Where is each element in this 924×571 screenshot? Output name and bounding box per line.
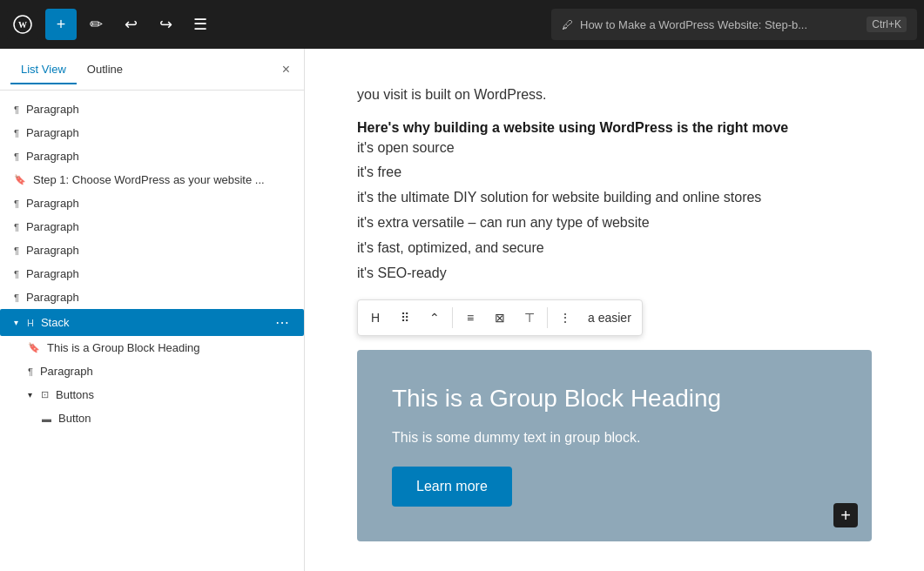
list-item-heading1[interactable]: 🔖 This is a Group Block Heading xyxy=(0,336,304,359)
list-item-para6[interactable]: ¶ Paragraph xyxy=(0,238,304,262)
edit-toolbar-button[interactable]: ✏ xyxy=(80,9,111,40)
item-label-buttons: Buttons xyxy=(56,388,290,401)
align-left-button[interactable]: ≡ xyxy=(456,304,484,332)
top-toolbar: W + ✏ ↩ ↪ ☰ 🖊 How to Make a WordPress We… xyxy=(0,0,924,49)
item-icon-para5: ¶ xyxy=(14,222,19,232)
item-label-para8: Paragraph xyxy=(26,291,290,304)
tab-outline[interactable]: Outline xyxy=(77,56,133,84)
group-block-text: This is some dummy text in group block. xyxy=(392,430,837,446)
item-label-para7: Paragraph xyxy=(26,267,290,280)
search-bar-text: How to Make a WordPress Website: Step-b.… xyxy=(580,18,860,31)
item-icon-para2: ¶ xyxy=(14,128,19,138)
list-item-para3[interactable]: ¶ Paragraph xyxy=(0,144,304,168)
item-label-button1: Button xyxy=(58,412,290,425)
list-item-step1[interactable]: 🔖 Step 1: Choose WordPress as your websi… xyxy=(0,168,304,191)
tab-list-view[interactable]: List View xyxy=(10,56,77,84)
item-label-para6: Paragraph xyxy=(26,244,290,257)
list-item-para9[interactable]: ¶ Paragraph xyxy=(0,359,304,383)
list-item: it's extra versatile – can run any type … xyxy=(357,211,872,236)
item-icon-para4: ¶ xyxy=(14,198,19,209)
item-icon-step1: 🔖 xyxy=(14,174,26,185)
learn-more-button[interactable]: Learn more xyxy=(392,467,512,507)
menu-button[interactable]: ☰ xyxy=(185,9,216,40)
align-wide-button[interactable]: ⊠ xyxy=(486,304,514,332)
group-block-heading: This is a Group Block Heading xyxy=(392,385,837,413)
wp-logo: W xyxy=(7,9,38,40)
add-block-toolbar-button[interactable]: + xyxy=(45,9,77,40)
item-icon-para7: ¶ xyxy=(14,269,19,279)
group-block: This is a Group Block Heading This is so… xyxy=(357,350,872,541)
panel-tabs: List View Outline × xyxy=(0,49,304,91)
bold-heading: Here's why building a website using Word… xyxy=(357,120,872,136)
item-label-para4: Paragraph xyxy=(26,197,290,210)
item-icon-button1: ▬ xyxy=(42,413,51,424)
item-label-para2: Paragraph xyxy=(26,126,290,139)
item-label-stack: Stack xyxy=(41,316,268,329)
keyboard-shortcut-badge: Ctrl+K xyxy=(867,17,907,32)
feature-list: it's open sourceit's freeit's the ultima… xyxy=(357,136,872,286)
list-item-para5[interactable]: ¶ Paragraph xyxy=(0,215,304,238)
item-label-para1: Paragraph xyxy=(26,103,290,116)
chevron-icon: ▾ xyxy=(14,318,18,327)
item-label-para5: Paragraph xyxy=(26,220,290,233)
list-item-para1[interactable]: ¶ Paragraph xyxy=(0,97,304,121)
item-icon-para8: ¶ xyxy=(14,292,19,303)
move-up-button[interactable]: ⌃ xyxy=(421,304,449,332)
add-block-button[interactable]: + xyxy=(833,503,858,527)
toolbar-divider-2 xyxy=(547,307,548,328)
left-panel: List View Outline × ¶ Paragraph ¶ Paragr… xyxy=(0,49,305,571)
more-options-button[interactable]: ⋮ xyxy=(551,304,579,332)
chevron-icon: ▾ xyxy=(28,390,32,400)
toolbar-divider xyxy=(452,307,453,328)
list-item: it's SEO-ready xyxy=(357,261,872,286)
align-top-button[interactable]: ⊤ xyxy=(516,304,543,332)
panel-list: ¶ Paragraph ¶ Paragraph ¶ Paragraph 🔖 St… xyxy=(0,91,304,571)
main-layout: List View Outline × ¶ Paragraph ¶ Paragr… xyxy=(0,49,924,571)
item-label-para3: Paragraph xyxy=(26,150,290,163)
list-item-button1[interactable]: ▬ Button xyxy=(0,406,304,430)
close-panel-button[interactable]: × xyxy=(279,58,293,81)
item-label-para9: Paragraph xyxy=(40,365,290,378)
item-icon-para1: ¶ xyxy=(14,104,19,115)
list-item: it's fast, optimized, and secure xyxy=(357,236,872,261)
item-icon-para3: ¶ xyxy=(14,151,19,162)
list-item-stack[interactable]: ▾ H Stack ⋯ xyxy=(0,309,304,336)
list-item-para8[interactable]: ¶ Paragraph xyxy=(0,286,304,309)
item-icon-buttons: ⊡ xyxy=(41,389,49,400)
item-icon-stack: H xyxy=(27,318,34,328)
list-item-para4[interactable]: ¶ Paragraph xyxy=(0,191,304,215)
toolbar-text: a easier xyxy=(581,311,638,325)
list-item-para2[interactable]: ¶ Paragraph xyxy=(0,121,304,144)
list-item: it's open source xyxy=(357,136,872,161)
intro-text: you visit is built on WordPress. xyxy=(357,84,872,106)
drag-handle-button[interactable]: ⠿ xyxy=(391,304,419,332)
list-item-para7[interactable]: ¶ Paragraph xyxy=(0,262,304,286)
undo-button[interactable]: ↩ xyxy=(115,9,146,40)
item-label-heading1: This is a Group Block Heading xyxy=(47,341,290,354)
item-label-step1: Step 1: Choose WordPress as your website… xyxy=(33,173,290,186)
item-icon-para6: ¶ xyxy=(14,245,19,256)
list-item: it's the ultimate DIY solution for websi… xyxy=(357,185,872,211)
item-options-stack[interactable]: ⋯ xyxy=(275,314,290,331)
list-item-buttons[interactable]: ▾ ⊡ Buttons xyxy=(0,383,304,406)
svg-text:W: W xyxy=(18,20,27,30)
item-icon-para9: ¶ xyxy=(28,366,33,377)
command-search-bar[interactable]: 🖊 How to Make a WordPress Website: Step-… xyxy=(551,9,917,40)
list-item: it's free xyxy=(357,160,872,185)
item-icon-heading1: 🔖 xyxy=(28,342,40,353)
redo-button[interactable]: ↪ xyxy=(150,9,181,40)
content-area: you visit is built on WordPress. Here's … xyxy=(305,49,924,571)
block-type-button[interactable]: H xyxy=(361,304,389,332)
block-toolbar: H ⠿ ⌃ ≡ ⊠ ⊤ ⋮ a easier xyxy=(357,299,643,336)
